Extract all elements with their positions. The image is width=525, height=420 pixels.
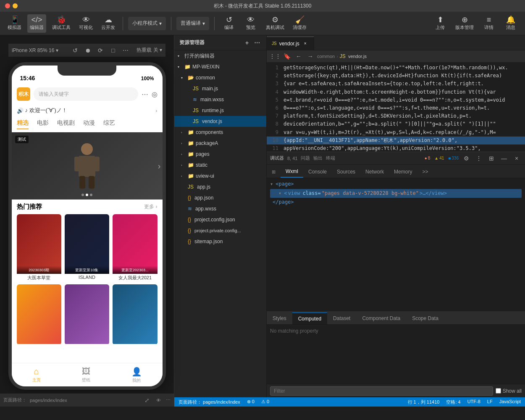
detail-btn[interactable]: ≡ 详情 [480, 14, 498, 33]
show-card-4[interactable] [65, 284, 109, 345]
new-file-btn[interactable]: + [243, 39, 251, 47]
editor-btn[interactable]: </> 编辑器 [27, 14, 46, 33]
devtools-grid-icon[interactable]: ⊞ [486, 153, 496, 163]
xml-line-3[interactable]: </page> [270, 198, 522, 207]
tab-close-btn[interactable]: × [302, 40, 309, 47]
common-folder[interactable]: ▾ 📂 common [174, 72, 266, 83]
styles-tab[interactable]: Styles [267, 312, 292, 324]
show-card-5[interactable] [113, 284, 157, 345]
close-button[interactable] [5, 3, 10, 8]
project-config-file[interactable]: {} project.config.json [174, 214, 266, 225]
hot-reload[interactable]: 热重载 关 ▾ [136, 47, 162, 54]
rotate-btn[interactable]: ⟳ [95, 45, 105, 55]
forward-icon[interactable]: → [305, 51, 315, 61]
screenshot-btn[interactable]: □ [108, 45, 118, 55]
nav-home[interactable]: ⌂ 主页 [32, 367, 41, 383]
filter-input[interactable] [270, 386, 493, 396]
devtools-minimize-icon[interactable]: — [499, 153, 509, 163]
device-info[interactable]: iPhone XR 85% 16 ▾ [12, 47, 58, 53]
uview-folder[interactable]: › 📁 uview-ui [174, 171, 266, 181]
compile-mode-selector[interactable]: 普通编译 ▾ [176, 17, 209, 30]
toggle-sidebar-icon[interactable]: ⋮⋮ [270, 51, 280, 61]
folder-icon-6: 📁 [188, 173, 194, 179]
breadcrumb-common[interactable]: common [317, 54, 335, 59]
runtime-js-file[interactable]: JS runtime.js [174, 105, 266, 116]
scan-icon[interactable]: ◎ [152, 90, 158, 98]
open-editors-section[interactable]: ▾ 打开的编辑器 [174, 50, 266, 61]
devtools-settings-icon[interactable]: ⚙ [461, 153, 471, 163]
menu-icon[interactable]: ⋯ [142, 90, 148, 98]
app-json-file[interactable]: {} app.json [174, 192, 266, 203]
app-wxss-file[interactable]: ≋ app.wxss [174, 203, 266, 214]
show-card-3[interactable] [17, 284, 61, 345]
show-card-2[interactable]: 更新至202303... 女人我最大2021 [113, 214, 157, 281]
maximize-button[interactable] [20, 3, 25, 8]
memory-tab[interactable]: Memory [389, 166, 417, 178]
nav-wallpaper[interactable]: 🖼 壁纸 [82, 367, 90, 383]
refresh-btn[interactable]: ↺ [70, 45, 80, 55]
network-tab[interactable]: Network [360, 166, 389, 178]
wxml-tab[interactable]: Wxml [281, 166, 303, 178]
category-dianying[interactable]: 电影 [37, 119, 49, 129]
show-card-0[interactable]: 20230303期 大医本草堂 [17, 214, 61, 281]
dataset-tab[interactable]: Dataset [327, 312, 356, 324]
project-private-file[interactable]: {} project.private.config... [174, 225, 266, 236]
visual-btn[interactable]: 👁 可视化 [76, 14, 95, 33]
compile-btn[interactable]: ↺ 编译 [220, 14, 238, 33]
show-all-check[interactable] [496, 388, 501, 394]
vendor-js-tab[interactable]: JS vendor.js × [267, 37, 314, 50]
app-js-icon: JS [188, 184, 194, 190]
static-folder[interactable]: › 📁 static [174, 160, 266, 171]
expand-icon[interactable]: ⤢ [144, 397, 150, 404]
main-wxss-file[interactable]: ≋ main.wxss [174, 94, 266, 105]
package-a-folder[interactable]: › 📁 packageA [174, 138, 266, 149]
sidebar-more-btn[interactable]: ⋯ [253, 39, 261, 47]
mp-weixin-root[interactable]: ▾ 📁 MP-WEIXIN [174, 61, 266, 72]
sitemap-file[interactable]: {} sitemap.json [174, 236, 266, 247]
mode-selector[interactable]: 小程序模式 ▾ [128, 17, 166, 30]
bookmark-icon[interactable]: 🔖 [282, 51, 292, 61]
more-tabs[interactable]: >> [417, 166, 433, 178]
more-link[interactable]: 更多 › [144, 203, 157, 210]
preview-btn[interactable]: 👁 预览 [242, 14, 260, 33]
component-data-tab[interactable]: Component Data [356, 312, 406, 324]
clear-cache-btn[interactable]: 🧹 清缓存 [290, 14, 309, 33]
vendor-js-file[interactable]: JS vendor.js [174, 116, 266, 127]
debugger-btn[interactable]: 🐞 调试工具 [50, 14, 73, 33]
show-all-checkbox[interactable]: Show all [496, 388, 522, 394]
record-btn[interactable]: ⏺ [83, 45, 93, 55]
xml-line-2[interactable]: ▾ < view class= "pages data-v-57280228 b… [270, 189, 522, 198]
console-tab[interactable]: Console [303, 166, 332, 178]
sources-tab[interactable]: Sources [332, 166, 360, 178]
pages-folder[interactable]: › 📁 pages [174, 149, 266, 160]
wxml-tab-icon[interactable]: ⊞ [267, 166, 281, 178]
more-btn[interactable]: ⋯ [121, 45, 131, 55]
app-js-file[interactable]: JS app.js [174, 181, 266, 192]
more-options[interactable]: ⋯ [166, 397, 171, 403]
search-input[interactable]: 请输入关键字 [34, 87, 138, 101]
show-card-1[interactable]: 更新至第10集 ISLAND [65, 214, 109, 281]
simulator-btn[interactable]: 📱 模拟器 [5, 14, 24, 33]
code-editor[interactable]: 1getStorageSync(qt),Ht||(Ht=Date.now()+"… [267, 62, 525, 152]
breadcrumb-file[interactable]: vendor.js [348, 54, 367, 59]
main-js-file[interactable]: JS main.js [174, 83, 266, 94]
computed-tab[interactable]: Computed [292, 312, 327, 324]
notify-btn[interactable]: 🔔 消息 [501, 14, 520, 33]
scope-data-tab[interactable]: Scope Data [406, 312, 444, 324]
back-icon[interactable]: ← [294, 51, 304, 61]
eye-btn[interactable]: 👁 [156, 398, 161, 403]
devtools-close-icon[interactable]: × [512, 153, 522, 163]
real-debug-btn[interactable]: ⚙ 真机调试 [263, 14, 287, 33]
cloud-btn[interactable]: ☁ 云开发 [99, 14, 118, 33]
components-folder[interactable]: › 📁 components [174, 127, 266, 138]
category-zongyi[interactable]: 综艺 [103, 119, 115, 129]
nav-mine[interactable]: 👤 我的 [131, 367, 142, 383]
category-dongman[interactable]: 动漫 [83, 119, 95, 129]
devtools-more-icon[interactable]: ⋮ [474, 153, 484, 163]
xml-line-1[interactable]: ▾ <page> [270, 180, 522, 189]
category-dianshiju[interactable]: 电视剧 [57, 119, 75, 129]
upload-btn[interactable]: ⬆ 上传 [431, 14, 449, 33]
category-jingxuan[interactable]: 精选 [17, 119, 29, 129]
minimize-button[interactable] [13, 3, 18, 8]
version-btn[interactable]: ⊕ 版本管理 [453, 14, 476, 33]
